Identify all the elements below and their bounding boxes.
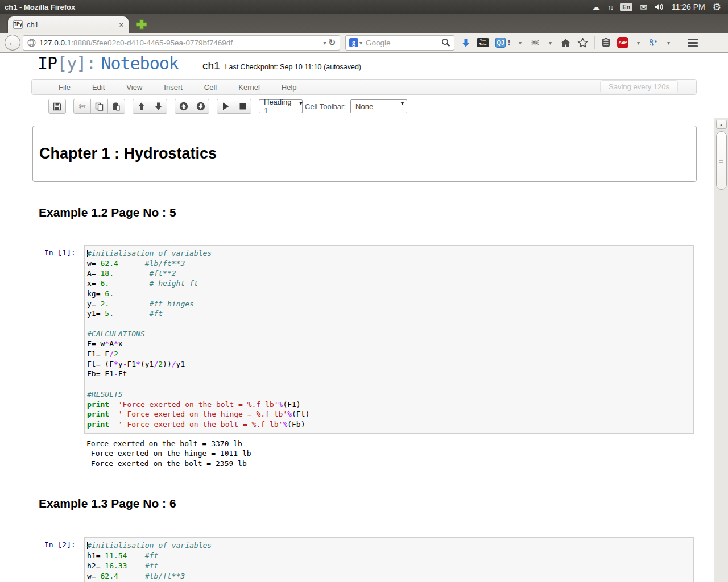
adblock-icon[interactable]: ABP	[617, 37, 628, 48]
menu-help[interactable]: Help	[271, 83, 308, 92]
speaker-icon[interactable]	[655, 3, 664, 11]
code-token: #ft	[145, 551, 158, 560]
insert-cell-below-button[interactable]	[192, 99, 209, 114]
code-token: ))	[163, 360, 172, 368]
url-host: 127.0.0.1	[39, 39, 71, 47]
paste-icon	[112, 102, 121, 111]
code-line: #CALCULATIONS	[87, 329, 689, 339]
gear-icon[interactable]: ⚙	[713, 2, 721, 12]
move-cell-down-button[interactable]	[150, 99, 167, 114]
paste-button[interactable]	[107, 99, 125, 114]
code-token: ' Force exerted on the bolt = %.f lb'	[118, 420, 283, 429]
code-token: #ft	[145, 562, 158, 570]
cut-button[interactable]: ✄	[73, 99, 91, 114]
example-heading-1-3[interactable]: Example 1.3 Page No : 6	[39, 497, 714, 510]
addon-bug-icon[interactable]	[530, 38, 540, 47]
menu-edit[interactable]: Edit	[81, 83, 115, 92]
reload-icon[interactable]: ↻	[328, 38, 336, 48]
code-token	[127, 562, 144, 570]
menu-insert[interactable]: Insert	[153, 83, 193, 92]
code-token: w=	[87, 572, 100, 580]
notebook-header: IP[y]:Notebook ch1 Last Checkpoint: Sep …	[0, 53, 728, 79]
code-line: Ft= (F*y-F1*(y1/2))/y1	[87, 359, 689, 369]
menu-hamburger-icon[interactable]	[688, 39, 698, 47]
new-tab-button[interactable]	[135, 19, 148, 30]
copy-button[interactable]	[90, 99, 108, 114]
quickjava-dropdown-icon[interactable]: ▾	[516, 40, 524, 46]
code-token: x	[118, 339, 123, 348]
clock[interactable]: 11:26 PM	[672, 2, 705, 11]
addon-network-dropdown-icon[interactable]: ▾	[665, 40, 672, 46]
scrollbar-up-arrow[interactable]: ▲	[716, 120, 727, 129]
code-token: kg=	[87, 289, 105, 298]
home-icon[interactable]	[560, 38, 571, 48]
mail-icon[interactable]: ✉	[640, 3, 647, 11]
globe-icon	[27, 39, 36, 47]
code-token: h1=	[87, 551, 105, 560]
url-path: :8888/5fee02c0-d410-4465-95ea-0779bf7469…	[71, 39, 233, 47]
bookmarks-menu-icon[interactable]	[601, 38, 611, 48]
downloads-icon[interactable]	[461, 38, 470, 48]
page-scrollbar[interactable]: ▲	[714, 118, 728, 582]
menu-cell[interactable]: Cell	[193, 83, 228, 92]
bookmark-star-icon[interactable]	[577, 38, 588, 48]
addon-bug-dropdown-icon[interactable]: ▾	[547, 40, 554, 46]
code-editor-2[interactable]: #initialisation of variablesh1= 11.54 #f…	[84, 537, 694, 582]
search-bar[interactable]: g ▾ Google	[345, 35, 454, 51]
code-editor-1[interactable]: #initialisation of variablesw= 62.4 #lb/…	[84, 245, 694, 434]
cell-type-select[interactable]: Heading 1 ▼	[259, 99, 303, 113]
tab-close-icon[interactable]: ×	[119, 20, 123, 29]
menu-file[interactable]: File	[48, 83, 81, 92]
ipython-favicon: IPy	[13, 20, 23, 29]
url-dropdown-icon[interactable]: ▾	[321, 40, 328, 46]
code-token: 16.33	[105, 562, 127, 570]
play-icon	[222, 102, 229, 110]
copy-icon	[95, 102, 104, 111]
output-line: Force exerted on the hinge = 1011 lb	[86, 448, 694, 459]
search-icon[interactable]	[441, 38, 450, 47]
cloud-icon[interactable]: ☁	[592, 3, 600, 11]
selected-heading-cell[interactable]: Chapter 1 : Hydrostatics	[32, 126, 697, 182]
code-line: F= w*A*x	[87, 339, 689, 349]
save-button[interactable]	[48, 99, 66, 114]
code-token: y	[118, 360, 123, 368]
cell-toolbar-select[interactable]: None ▼	[350, 99, 407, 113]
interrupt-kernel-button[interactable]	[234, 99, 251, 114]
code-token: F1	[127, 360, 136, 368]
search-engine-dropdown-icon[interactable]: ▾	[358, 40, 363, 46]
code-cell-2: In [2]: #initialisation of variablesh1= …	[40, 537, 694, 582]
move-cell-up-button[interactable]	[133, 99, 150, 114]
code-token: ' Force exerted on the hinge = %.f lb'	[118, 410, 287, 418]
code-token: h2=	[87, 562, 105, 570]
logo-notebook: Notebook	[101, 53, 179, 73]
example-heading-1-2[interactable]: Example 1.2 Page No : 5	[39, 206, 714, 219]
autosave-status-button[interactable]: Saving every 120s	[600, 80, 678, 93]
menu-view[interactable]: View	[115, 83, 153, 92]
code-token: F= w	[87, 339, 105, 348]
notebook-title[interactable]: ch1	[202, 60, 220, 72]
save-icon	[53, 102, 61, 111]
insert-cell-above-button[interactable]	[175, 99, 192, 114]
youtube-icon[interactable]: YouTube	[477, 38, 489, 47]
addon-network-icon[interactable]	[648, 38, 659, 47]
code-line: y1= 5. #ft	[87, 309, 689, 319]
menu-kernel[interactable]: Kernel	[228, 83, 271, 92]
code-line: #initialisation of variables	[87, 541, 689, 551]
scrollbar-thumb[interactable]	[716, 131, 727, 190]
keyboard-layout-indicator[interactable]: En	[620, 3, 632, 11]
browser-tab-ch1[interactable]: IPy ch1 ×	[8, 16, 129, 33]
code-token	[109, 279, 149, 288]
back-button[interactable]: ←	[5, 35, 20, 51]
code-token: /	[109, 350, 114, 358]
run-cell-button[interactable]	[217, 99, 234, 114]
code-line: w= 62.4 #lb/ft**3	[87, 259, 689, 269]
desktop-top-panel: ch1 - Mozilla Firefox ☁ ↑↓ En ✉ 11:26 PM…	[0, 0, 728, 14]
url-bar[interactable]: 127.0.0.1:8888/5fee02c0-d410-4465-95ea-0…	[23, 35, 340, 51]
code-line	[87, 379, 689, 389]
quickjava-icon[interactable]: QJ	[495, 38, 506, 48]
code-token: #ft hinges	[150, 300, 194, 308]
ipython-logo[interactable]: IP[y]:Notebook	[38, 53, 179, 73]
network-arrows-icon[interactable]: ↑↓	[607, 3, 613, 11]
code-token: (Fb)	[287, 420, 305, 429]
adblock-dropdown-icon[interactable]: ▾	[635, 40, 642, 46]
